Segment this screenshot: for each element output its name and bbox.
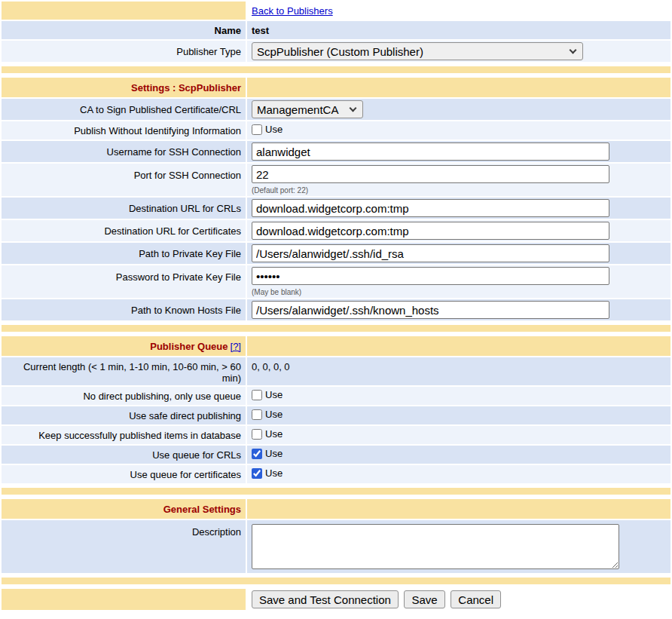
separator-row bbox=[2, 485, 670, 498]
port-default-note: (Default port: 22) bbox=[252, 186, 308, 195]
description-textarea[interactable] bbox=[252, 524, 619, 569]
section-separator bbox=[2, 325, 670, 332]
anonymize-checkbox[interactable] bbox=[252, 124, 262, 135]
general-header-row: General Settings bbox=[2, 499, 670, 519]
name-label: Name bbox=[2, 21, 246, 39]
queue-certificates-cell: Use bbox=[247, 465, 670, 483]
general-section-header: General Settings bbox=[2, 499, 246, 519]
known-hosts-label: Path to Known Hosts File bbox=[2, 299, 246, 320]
queue-keep-published-row: Keep successfully published items in dat… bbox=[2, 426, 670, 444]
separator-row bbox=[2, 575, 670, 587]
ssh-port-input[interactable] bbox=[252, 165, 609, 183]
settings-header-spacer bbox=[247, 78, 670, 97]
name-value: test bbox=[247, 21, 670, 39]
ca-row: CA to Sign Published Certificate/CRL Man… bbox=[2, 99, 670, 120]
queue-keep-published-cell: Use bbox=[247, 426, 670, 444]
cert-url-label: Destination URL for Certificates bbox=[2, 220, 246, 241]
publisher-edit-form: Back to Publishers Name test Publisher T… bbox=[0, 0, 672, 611]
ca-select[interactable]: ManagementCA bbox=[252, 100, 363, 118]
publisher-type-cell: ScpPublisher (Custom Publisher) bbox=[247, 41, 670, 62]
save-button[interactable]: Save bbox=[404, 590, 444, 608]
queue-length-label: Current length (< 1 min, 1-10 min, 10-60… bbox=[2, 357, 246, 385]
key-password-input[interactable] bbox=[252, 267, 609, 285]
queue-crls-checkbox[interactable] bbox=[252, 449, 262, 459]
queue-certificates-row: Use queue for certificates Use bbox=[2, 465, 670, 483]
queue-keep-published-checkbox[interactable] bbox=[252, 429, 262, 440]
anonymize-label: Publish Without Identifying Information bbox=[2, 121, 246, 139]
section-separator bbox=[2, 578, 670, 584]
back-to-publishers-link[interactable]: Back to Publishers bbox=[252, 5, 333, 17]
queue-safe-direct-cell: Use bbox=[247, 406, 670, 424]
queue-no-direct-checkbox[interactable] bbox=[252, 390, 262, 400]
crl-url-cell bbox=[247, 198, 670, 219]
queue-header-title: Publisher Queue bbox=[150, 341, 228, 352]
ssh-username-input[interactable] bbox=[252, 142, 609, 161]
cert-url-cell bbox=[247, 220, 670, 241]
queue-no-direct-use-label: Use bbox=[265, 389, 283, 400]
known-hosts-cell bbox=[247, 299, 670, 320]
ca-cell: ManagementCA bbox=[247, 99, 670, 120]
queue-crls-use-label: Use bbox=[265, 448, 283, 459]
key-password-row: Password to Private Key File (May be bla… bbox=[2, 265, 670, 298]
queue-header-spacer bbox=[247, 336, 670, 356]
known-hosts-row: Path to Known Hosts File bbox=[2, 299, 670, 320]
publisher-type-select[interactable]: ScpPublisher (Custom Publisher) bbox=[252, 42, 583, 60]
top-band-cell bbox=[2, 2, 246, 20]
description-cell bbox=[247, 520, 670, 573]
anonymize-cell: Use bbox=[247, 121, 670, 139]
cancel-button[interactable]: Cancel bbox=[451, 590, 501, 608]
queue-keep-published-use-label: Use bbox=[265, 428, 283, 440]
back-link-row: Back to Publishers bbox=[2, 2, 670, 20]
queue-safe-direct-checkbox[interactable] bbox=[252, 409, 262, 420]
queue-help-link[interactable]: [?] bbox=[231, 341, 241, 352]
queue-safe-direct-row: Use safe direct publishing Use bbox=[2, 406, 670, 424]
general-header-spacer bbox=[247, 499, 670, 519]
queue-certificates-checkbox[interactable] bbox=[252, 468, 262, 479]
save-and-test-button[interactable]: Save and Test Connection bbox=[252, 590, 399, 608]
queue-no-direct-row: No direct publishing, only use queue Use bbox=[2, 387, 670, 405]
queue-safe-direct-label: Use safe direct publishing bbox=[2, 406, 246, 424]
private-key-label: Path to Private Key File bbox=[2, 243, 246, 264]
queue-crls-row: Use queue for CRLs Use bbox=[2, 446, 670, 464]
queue-header-row: Publisher Queue[?] bbox=[2, 336, 670, 356]
separator-row bbox=[2, 322, 670, 335]
queue-crls-cell: Use bbox=[247, 446, 670, 464]
username-row: Username for SSH Connection bbox=[2, 141, 670, 162]
crl-url-label: Destination URL for CRLs bbox=[2, 198, 246, 219]
name-row: Name test bbox=[2, 21, 670, 39]
port-row: Port for SSH Connection (Default port: 2… bbox=[2, 164, 670, 196]
queue-safe-direct-use-label: Use bbox=[265, 409, 283, 420]
publisher-type-label: Publisher Type bbox=[2, 41, 246, 62]
cert-url-input[interactable] bbox=[252, 222, 609, 240]
ssh-username-cell bbox=[247, 141, 670, 162]
ssh-username-label: Username for SSH Connection bbox=[2, 141, 246, 162]
separator-row bbox=[2, 63, 670, 76]
anonymize-use-label: Use bbox=[265, 124, 283, 135]
key-password-cell: (May be blank) bbox=[247, 265, 670, 298]
settings-header-row: Settings : ScpPublisher bbox=[2, 78, 670, 97]
queue-crls-label: Use queue for CRLs bbox=[2, 446, 246, 464]
queue-certificates-label: Use queue for certificates bbox=[2, 465, 246, 483]
ssh-port-label: Port for SSH Connection bbox=[2, 164, 246, 196]
private-key-input[interactable] bbox=[252, 244, 609, 262]
queue-keep-published-label: Keep successfully published items in dat… bbox=[2, 426, 246, 444]
cert-url-row: Destination URL for Certificates bbox=[2, 220, 670, 241]
back-link-cell: Back to Publishers bbox=[247, 2, 670, 20]
queue-section-header: Publisher Queue[?] bbox=[2, 336, 246, 356]
known-hosts-input[interactable] bbox=[252, 301, 609, 319]
private-key-cell bbox=[247, 243, 670, 264]
key-password-note: (May be blank) bbox=[252, 288, 301, 296]
crl-url-row: Destination URL for CRLs bbox=[2, 198, 670, 219]
crl-url-input[interactable] bbox=[252, 199, 609, 217]
queue-no-direct-cell: Use bbox=[247, 387, 670, 405]
actions-cell: Save and Test Connection Save Cancel bbox=[247, 589, 670, 610]
ssh-port-cell: (Default port: 22) bbox=[247, 164, 670, 196]
section-separator bbox=[2, 66, 670, 73]
ca-label: CA to Sign Published Certificate/CRL bbox=[2, 99, 246, 120]
queue-length-value: 0, 0, 0, 0 bbox=[247, 357, 670, 385]
queue-no-direct-label: No direct publishing, only use queue bbox=[2, 387, 246, 405]
private-key-row: Path to Private Key File bbox=[2, 243, 670, 264]
key-password-label: Password to Private Key File bbox=[2, 265, 246, 298]
actions-row: Save and Test Connection Save Cancel bbox=[2, 589, 670, 610]
anonymize-row: Publish Without Identifying Information … bbox=[2, 121, 670, 139]
